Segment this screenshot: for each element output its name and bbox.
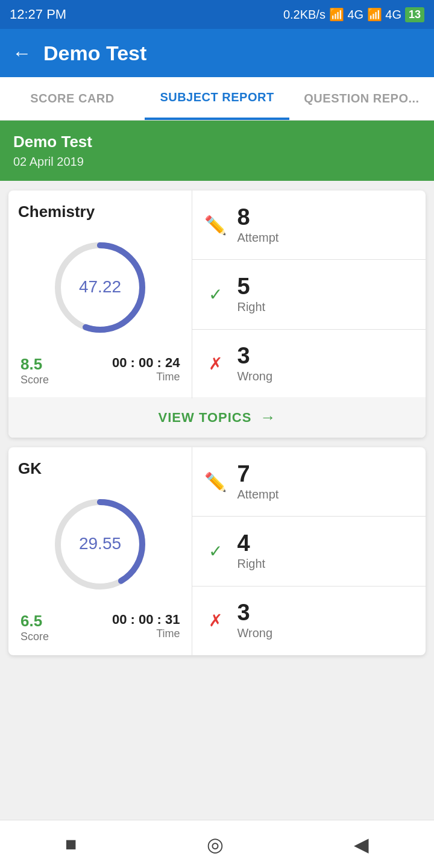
chemistry-wrong-number: 3 xyxy=(237,344,272,367)
gk-card: GK 29.55 6.5 Score 00 : 00 : 31 Time xyxy=(8,447,426,655)
tab-bar: SCORE CARD SUBJECT REPORT QUESTION REPO.… xyxy=(0,77,434,121)
chemistry-percentage: 47.22 xyxy=(79,277,121,296)
view-topics-arrow: → xyxy=(260,408,275,427)
gk-score-bottom: 6.5 Score 00 : 00 : 31 Time xyxy=(18,612,182,643)
app-header: ← Demo Test xyxy=(0,29,434,77)
test-banner-title: Demo Test xyxy=(13,133,421,151)
gk-attempt-label: Attempt xyxy=(237,488,278,502)
chemistry-attempt-info: 8 Attempt xyxy=(237,206,278,245)
chemistry-circle-chart: 47.22 xyxy=(46,233,154,342)
chemistry-score-bottom: 8.5 Score 00 : 00 : 24 Time xyxy=(18,355,182,386)
chemistry-card: Chemistry 47.22 8.5 Score 00 : 00 : 24 T xyxy=(8,190,426,438)
chemistry-name: Chemistry xyxy=(18,203,95,221)
chemistry-attempt-label: Attempt xyxy=(237,231,278,245)
gk-time: 00 : 00 : 31 Time xyxy=(112,612,180,643)
gk-wrong-info: 3 Wrong xyxy=(237,601,272,640)
back-button[interactable]: ← xyxy=(12,42,31,64)
chemistry-wrong-label: Wrong xyxy=(237,370,272,383)
gk-wrong-label: Wrong xyxy=(237,626,272,640)
status-bar: 12:27 PM 0.2KB/s 📶 4G 📶 4G 13 xyxy=(0,0,434,29)
chemistry-right-label: Right xyxy=(237,300,265,314)
chemistry-attempt-row: ✏️ 8 Attempt xyxy=(192,190,426,260)
chemistry-wrong-info: 3 Wrong xyxy=(237,344,272,383)
tab-subject-report[interactable]: SUBJECT REPORT xyxy=(145,77,289,120)
status-right: 0.2KB/s 📶 4G 📶 4G 13 xyxy=(283,7,424,22)
test-banner: Demo Test 02 April 2019 xyxy=(0,121,434,181)
nav-square-icon[interactable]: ■ xyxy=(65,833,77,855)
check-icon-gk: ✓ xyxy=(204,541,226,561)
tab-score-card[interactable]: SCORE CARD xyxy=(0,77,145,120)
chemistry-right: ✏️ 8 Attempt ✓ 5 Right ✗ 3 Wrong xyxy=(192,190,426,398)
chemistry-attempt-number: 8 xyxy=(237,206,278,228)
chemistry-score: 8.5 Score xyxy=(20,355,49,386)
battery-icon: 13 xyxy=(405,7,424,22)
gk-percentage: 29.55 xyxy=(79,534,121,553)
view-topics-button[interactable]: VIEW TOPICS → xyxy=(8,397,426,438)
gk-attempt-number: 7 xyxy=(237,462,278,485)
gk-attempt-info: 7 Attempt xyxy=(237,462,278,502)
gk-wrong-row: ✗ 3 Wrong xyxy=(192,587,426,655)
gk-right-row: ✓ 4 Right xyxy=(192,517,426,586)
gk-right-info: 4 Right xyxy=(237,532,265,571)
test-banner-date: 02 April 2019 xyxy=(13,155,421,169)
header-title: Demo Test xyxy=(43,42,146,65)
gk-wrong-number: 3 xyxy=(237,601,272,624)
chemistry-right-number: 5 xyxy=(237,275,265,298)
pencil-icon-gk: ✏️ xyxy=(204,471,226,492)
gk-score: 6.5 Score xyxy=(20,612,49,643)
gk-name: GK xyxy=(18,459,42,478)
gk-right-label: Right xyxy=(237,557,265,571)
nav-back-icon[interactable]: ◀ xyxy=(354,833,369,856)
check-icon: ✓ xyxy=(204,285,226,304)
view-topics-label: VIEW TOPICS xyxy=(159,410,252,426)
gk-right: ✏️ 7 Attempt ✓ 4 Right ✗ 3 Wrong xyxy=(192,447,426,655)
chemistry-right-row: ✓ 5 Right xyxy=(192,260,426,329)
cross-icon: ✗ xyxy=(204,354,226,374)
status-time: 12:27 PM xyxy=(10,7,66,22)
gk-left: GK 29.55 6.5 Score 00 : 00 : 31 Time xyxy=(8,447,192,655)
status-network: 📶 4G 📶 4G xyxy=(329,7,401,22)
tab-question-report[interactable]: QUESTION REPO... xyxy=(289,77,434,120)
cross-icon-gk: ✗ xyxy=(204,611,226,631)
status-signal: 0.2KB/s xyxy=(283,8,326,22)
gk-circle-chart: 29.55 xyxy=(46,490,154,599)
gk-circle-container: 29.55 xyxy=(18,490,182,599)
chemistry-right-info: 5 Right xyxy=(237,275,265,314)
pencil-icon: ✏️ xyxy=(204,215,226,236)
chemistry-time: 00 : 00 : 24 Time xyxy=(112,355,180,386)
nav-home-icon[interactable]: ◎ xyxy=(207,833,224,856)
chemistry-left: Chemistry 47.22 8.5 Score 00 : 00 : 24 T xyxy=(8,190,192,398)
chemistry-circle-container: 47.22 xyxy=(18,233,182,342)
chemistry-wrong-row: ✗ 3 Wrong xyxy=(192,330,426,398)
gk-right-number: 4 xyxy=(237,532,265,555)
bottom-nav: ■ ◎ ◀ xyxy=(0,820,434,868)
gk-attempt-row: ✏️ 7 Attempt xyxy=(192,447,426,517)
